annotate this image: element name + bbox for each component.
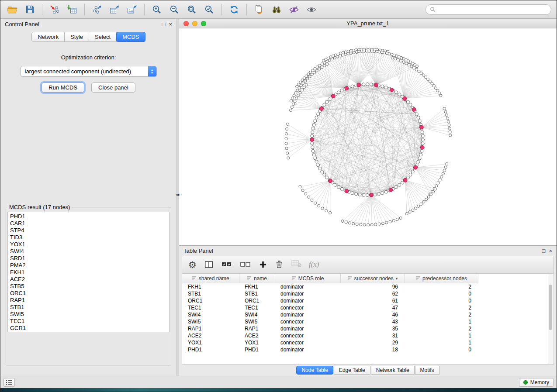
float-table-panel-icon[interactable]: □	[542, 248, 546, 254]
export-image-icon	[127, 4, 137, 15]
cell-predecessor-nodes: 2	[405, 311, 478, 318]
control-panel-tab[interactable]: Style	[64, 32, 89, 42]
table-tab[interactable]: Node Table	[296, 366, 333, 375]
table-row[interactable]: RAP1 RAP1 dominator 35 2	[182, 325, 478, 332]
deselect-all-button[interactable]	[240, 260, 251, 269]
table-tab[interactable]: Motifs	[415, 366, 439, 375]
export-network-button[interactable]	[89, 3, 105, 17]
mcds-result-box: MCDS result (17 nodes) PHD1CAR1STP4TID3Y…	[6, 204, 171, 365]
mcds-result-item[interactable]: RAP1	[10, 297, 169, 304]
select-all-button[interactable]	[221, 260, 232, 269]
zoom-fit-button[interactable]	[183, 3, 200, 17]
export-table-button[interactable]	[106, 3, 123, 17]
memory-button[interactable]: Memory	[519, 378, 554, 387]
table-row[interactable]: YOX1 YOX1 connector 29 1	[182, 339, 478, 346]
cell-mcds-role: dominator	[275, 346, 340, 353]
zoom-in-button[interactable]	[149, 3, 165, 17]
hide-details-button[interactable]	[286, 3, 302, 17]
table-row[interactable]: TEC1 TEC1 connector 47 2	[182, 304, 478, 311]
show-details-button[interactable]	[303, 3, 320, 17]
control-panel-tab[interactable]: Network	[31, 32, 65, 42]
cell-predecessor-nodes: 1	[405, 318, 478, 325]
float-panel-icon[interactable]: □	[162, 21, 166, 27]
control-panel-header: Control Panel □ ×	[0, 19, 176, 28]
table-tab[interactable]: Edge Table	[334, 366, 370, 375]
import-table-button[interactable]	[64, 3, 80, 17]
window-close-button[interactable]	[183, 21, 189, 26]
column-header[interactable]: name ▾	[239, 274, 275, 283]
mcds-result-item[interactable]: SWI5	[10, 311, 169, 318]
node-table-grid: shared name ▾ name ▾	[182, 274, 478, 353]
table-row[interactable]: PHD1 PHD1 dominator 18 0	[182, 346, 478, 353]
table-row[interactable]: ACE2 ACE2 connector 31 1	[182, 332, 478, 339]
mcds-result-item[interactable]: FKH1	[10, 269, 169, 276]
mcds-result-item[interactable]: ORC1	[10, 290, 169, 297]
search-input[interactable]	[438, 6, 547, 13]
table-settings-button[interactable]: ⚙	[188, 260, 197, 269]
zoom-out-button[interactable]	[166, 3, 183, 17]
collapse-left-icon[interactable]: ◀	[176, 193, 178, 196]
attribute-icon	[415, 276, 420, 281]
mcds-result-item[interactable]: CAR1	[10, 220, 169, 227]
mcds-result-item[interactable]: YOX1	[10, 241, 169, 248]
add-row-button[interactable]	[259, 260, 267, 269]
run-mcds-button[interactable]: Run MCDS	[42, 83, 84, 93]
import-network-button[interactable]	[46, 3, 63, 17]
show-columns-button[interactable]	[204, 260, 214, 269]
cell-mcds-role: dominator	[275, 290, 340, 297]
collapse-right-icon[interactable]: ▶	[178, 193, 180, 196]
deselect-all-icon	[240, 260, 251, 269]
refresh-view-button[interactable]	[226, 3, 242, 17]
column-header[interactable]: predecessor nodes ▾	[405, 274, 478, 283]
search-network-button[interactable]	[268, 3, 285, 17]
window-zoom-button[interactable]	[201, 21, 206, 26]
table-scrollbar[interactable]	[548, 274, 553, 364]
mcds-result-list[interactable]: PHD1CAR1STP4TID3YOX1SWI4SRD1PMA2FKH1ACE2…	[7, 212, 170, 332]
column-header[interactable]: shared name ▾	[182, 274, 239, 283]
table-row[interactable]: SWI5 SWI5 connector 43 1	[182, 318, 478, 325]
table-row[interactable]: FKH1 FKH1 dominator 96 2	[182, 283, 478, 291]
open-file-button[interactable]	[4, 3, 21, 17]
mcds-result-item[interactable]: SRD1	[10, 255, 169, 262]
network-canvas[interactable]	[179, 28, 557, 245]
cell-mcds-role: connector	[275, 304, 340, 311]
mcds-result-item[interactable]: STB5	[10, 283, 169, 290]
delete-row-button[interactable]	[275, 260, 284, 269]
control-panel-tab[interactable]: MCDS	[116, 32, 145, 42]
scrollbar-thumb[interactable]	[549, 285, 552, 330]
mcds-result-item[interactable]: PHD1	[10, 213, 169, 220]
network-window-titlebar[interactable]: YPA_prune.txt_1	[179, 19, 557, 28]
mcds-result-item[interactable]: TID3	[10, 234, 169, 241]
attribute-icon	[291, 276, 296, 281]
splitter-handle[interactable]: ◀ ▶	[176, 193, 182, 196]
table-row[interactable]: ORC1 ORC1 dominator 61 0	[182, 297, 478, 304]
network-graph[interactable]	[179, 28, 557, 245]
clone-network-button[interactable]	[251, 3, 267, 17]
mcds-result-item[interactable]: STB1	[10, 304, 169, 311]
mcds-result-item[interactable]: ACE2	[10, 276, 169, 283]
optimization-select[interactable]: largest connected component (undirected)…	[21, 66, 157, 77]
status-menu-button[interactable]	[3, 378, 15, 387]
table-row[interactable]: STB1 STB1 dominator 62 0	[182, 290, 478, 297]
table-row[interactable]: SWI4 SWI4 dominator 46 2	[182, 311, 478, 318]
export-image-button[interactable]	[124, 3, 140, 17]
zoom-selected-button[interactable]	[201, 3, 218, 17]
close-table-panel-icon[interactable]: ×	[549, 248, 552, 254]
save-session-button[interactable]	[21, 3, 38, 17]
mcds-result-item[interactable]: STP4	[10, 227, 169, 234]
close-panel-icon[interactable]: ×	[169, 21, 172, 27]
column-header[interactable]: MCDS role ▾	[275, 274, 340, 283]
table-tab[interactable]: Network Table	[371, 366, 415, 375]
table-panel-header: Table Panel □ ×	[179, 246, 557, 255]
folder-icon	[7, 4, 18, 15]
close-panel-button[interactable]: Close panel	[91, 83, 135, 93]
mcds-result-item[interactable]: TEC1	[10, 318, 169, 325]
column-header[interactable]: successor nodes ▾	[340, 274, 405, 283]
cell-shared-name: SWI5	[182, 318, 239, 325]
mcds-result-item[interactable]: PMA2	[10, 262, 169, 269]
mcds-result-item[interactable]: GCR1	[10, 325, 169, 332]
mcds-result-item[interactable]: SWI4	[10, 248, 169, 255]
control-panel-tab[interactable]: Select	[89, 32, 117, 42]
window-minimize-button[interactable]	[192, 21, 197, 26]
search-box[interactable]	[426, 4, 551, 15]
